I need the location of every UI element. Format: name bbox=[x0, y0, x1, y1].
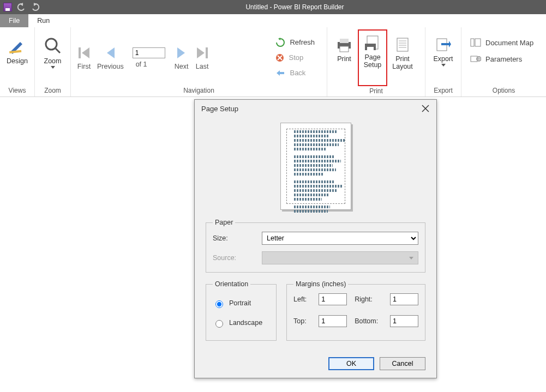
group-options-label: Options bbox=[461, 86, 546, 97]
previous-label: Previous bbox=[97, 63, 124, 70]
stop-label: Stop bbox=[289, 53, 303, 62]
next-icon bbox=[174, 45, 189, 61]
margins-legend: Margins (inches) bbox=[293, 280, 348, 288]
margin-right-input[interactable] bbox=[390, 293, 418, 305]
last-button[interactable]: Last bbox=[195, 45, 210, 70]
export-icon bbox=[435, 37, 452, 53]
paper-source-select bbox=[262, 251, 418, 264]
parameters-label: Parameters bbox=[485, 55, 522, 63]
magnifier-icon bbox=[44, 37, 62, 55]
landscape-radio[interactable] bbox=[215, 320, 223, 328]
last-label: Last bbox=[196, 63, 209, 70]
orientation-legend: Orientation bbox=[213, 280, 250, 288]
back-icon bbox=[275, 69, 285, 77]
undo-icon[interactable] bbox=[16, 2, 26, 12]
page-setup-dialog: Page Setup Pa bbox=[194, 99, 437, 378]
page-setup-icon bbox=[364, 35, 381, 51]
design-button[interactable]: Design bbox=[5, 33, 29, 82]
page-setup-label: Page Setup bbox=[364, 53, 382, 69]
design-label: Design bbox=[7, 57, 28, 65]
svg-rect-10 bbox=[340, 46, 349, 52]
margin-left-input[interactable] bbox=[319, 293, 347, 305]
svg-rect-21 bbox=[475, 39, 481, 46]
cancel-button[interactable]: Cancel bbox=[380, 357, 425, 370]
margin-right-label: Right: bbox=[355, 295, 382, 303]
back-button[interactable]: Back bbox=[275, 67, 315, 80]
window-title: Untitled - Power BI Report Builder bbox=[44, 3, 546, 11]
page-number-box: of 1 bbox=[133, 47, 165, 68]
parameters-icon bbox=[470, 55, 481, 63]
export-button[interactable]: Export bbox=[431, 33, 455, 82]
group-options: Document Map Parameters Options bbox=[461, 27, 546, 97]
margin-top-label: Top: bbox=[293, 317, 311, 325]
save-icon[interactable] bbox=[3, 3, 12, 11]
margin-bottom-input[interactable] bbox=[390, 315, 418, 327]
group-export-label: Export bbox=[425, 86, 461, 97]
size-label: Size: bbox=[213, 234, 262, 242]
refresh-icon bbox=[275, 38, 285, 47]
source-label: Source: bbox=[213, 254, 262, 262]
svg-rect-9 bbox=[340, 39, 349, 43]
document-map-button[interactable]: Document Map bbox=[470, 36, 533, 49]
svg-point-1 bbox=[46, 39, 57, 50]
redo-icon[interactable] bbox=[31, 2, 40, 12]
group-zoom-label: Zoom bbox=[35, 86, 70, 97]
zoom-button[interactable]: Zoom bbox=[40, 33, 65, 82]
page-number-input[interactable] bbox=[133, 47, 165, 58]
refresh-button[interactable]: Refresh bbox=[275, 36, 315, 49]
group-views-label: Views bbox=[0, 86, 34, 97]
margin-top-input[interactable] bbox=[319, 315, 347, 327]
stop-button[interactable]: Stop bbox=[275, 51, 315, 64]
svg-rect-3 bbox=[79, 47, 81, 58]
chevron-down-icon bbox=[51, 66, 55, 69]
previous-icon bbox=[103, 45, 118, 61]
document-area: Page Setup Pa bbox=[0, 97, 546, 392]
previous-button[interactable]: Previous bbox=[97, 45, 124, 70]
page-preview bbox=[206, 119, 425, 219]
group-print-label: Print bbox=[327, 86, 425, 97]
group-zoom: Zoom Zoom bbox=[35, 27, 71, 97]
printer-icon bbox=[335, 37, 353, 53]
margin-left-label: Left: bbox=[293, 295, 311, 303]
group-export: Export Export bbox=[425, 27, 461, 97]
tab-run[interactable]: Run bbox=[28, 14, 58, 27]
group-print: Print Page Setup Print Layout Print bbox=[327, 27, 425, 97]
document-map-icon bbox=[470, 38, 481, 47]
first-icon bbox=[76, 45, 92, 61]
document-map-label: Document Map bbox=[485, 39, 533, 47]
paper-fieldset: Paper Size: Letter Source: bbox=[206, 219, 425, 273]
page-setup-button[interactable]: Page Setup bbox=[358, 29, 387, 86]
print-button[interactable]: Print bbox=[331, 33, 358, 82]
svg-rect-4 bbox=[206, 47, 208, 58]
landscape-label: Landscape bbox=[229, 319, 262, 327]
next-label: Next bbox=[175, 63, 189, 70]
parameters-button[interactable]: Parameters bbox=[470, 52, 533, 65]
margins-fieldset: Margins (inches) Left: Right: Top: Botto… bbox=[286, 280, 425, 341]
svg-rect-13 bbox=[367, 47, 374, 51]
paper-legend: Paper bbox=[213, 219, 235, 226]
ok-button[interactable]: OK bbox=[328, 357, 374, 370]
print-layout-button[interactable]: Print Layout bbox=[387, 33, 418, 82]
tab-file[interactable]: File bbox=[0, 14, 28, 27]
design-icon bbox=[8, 37, 27, 55]
chevron-down-icon bbox=[441, 64, 446, 67]
svg-rect-22 bbox=[471, 56, 477, 62]
ribbon: Design Views Zoom Zoom First bbox=[0, 27, 546, 97]
group-navigation: First Previous of 1 Next Last bbox=[71, 27, 327, 97]
stop-icon bbox=[275, 53, 284, 62]
margin-bottom-label: Bottom: bbox=[355, 317, 382, 325]
dialog-titlebar: Page Setup bbox=[195, 100, 436, 117]
paper-size-select[interactable]: Letter bbox=[262, 232, 418, 245]
first-button[interactable]: First bbox=[76, 45, 92, 70]
next-button[interactable]: Next bbox=[174, 45, 189, 70]
ribbon-tabs: File Run bbox=[0, 14, 546, 27]
svg-line-2 bbox=[56, 49, 60, 53]
export-label: Export bbox=[433, 55, 453, 63]
print-layout-label: Print Layout bbox=[392, 55, 413, 71]
title-bar: Untitled - Power BI Report Builder bbox=[0, 0, 546, 14]
orientation-fieldset: Orientation Portrait Landscape bbox=[206, 280, 277, 341]
refresh-label: Refresh bbox=[290, 38, 315, 46]
close-icon[interactable] bbox=[421, 104, 430, 113]
portrait-radio[interactable] bbox=[215, 300, 223, 308]
group-views: Design Views bbox=[0, 27, 35, 97]
